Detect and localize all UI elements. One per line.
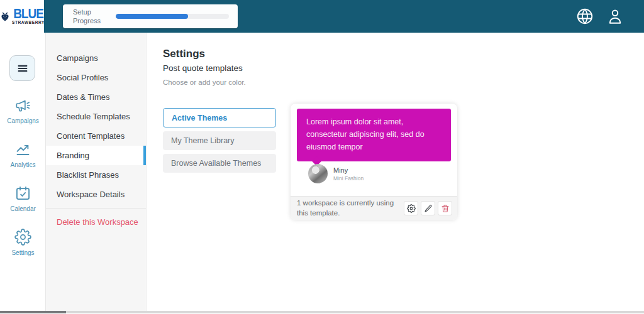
template-card-footer: 1 workspace is currently using this temp… [291,196,457,220]
nav-campaigns[interactable]: Campaigns [0,97,46,124]
hamburger-icon [16,62,30,75]
delete-workspace-link[interactable]: Delete this Workspace [46,212,146,232]
quote-author: Miny Mini Fashion [308,164,364,183]
theme-tabs: Active Themes My Theme Library Browse Av… [163,108,276,173]
horizontal-scrollbar-thumb[interactable] [0,311,66,313]
nav-settings[interactable]: Settings [0,229,46,256]
calendar-check-icon [14,185,31,202]
author-name: Miny [333,166,364,174]
nav-campaigns-label: Campaigns [7,117,39,124]
template-delete-button[interactable] [438,201,452,215]
horizontal-scrollbar[interactable] [0,311,644,313]
nav-calendar-label: Calendar [10,205,36,212]
gear-icon [407,204,416,213]
setup-progress-card: Setup Progress [63,4,238,28]
author-text: Miny Mini Fashion [333,166,364,181]
usage-text: 1 workspace is currently using this temp… [297,198,401,218]
page-hint: Choose or add your color. [163,78,246,86]
account-icon[interactable] [606,7,625,26]
sidebar-divider [46,208,146,208]
strawberry-logo-icon [0,10,11,23]
sidebar-item-content-templates[interactable]: Content Templates [46,126,146,146]
page-subtitle: Post quote templates [163,63,243,73]
setup-progress-fill [116,14,188,19]
trash-icon [441,204,450,213]
primary-nav-rail: Campaigns Analytics Calendar Settin [0,33,46,311]
setup-progress-label: Setup Progress [73,8,109,26]
sidebar-item-schedule-templates[interactable]: Schedule Templates [46,107,146,126]
logo-line1: BLUE [13,7,43,21]
settings-sidebar: Campaigns Social Profiles Dates & Times … [46,33,147,311]
brand-logo[interactable]: BLUE STRAWBERRY [0,0,44,33]
nav-analytics[interactable]: Analytics [0,141,46,168]
template-edit-button[interactable] [421,201,435,215]
trend-up-icon [14,141,31,158]
sidebar-item-campaigns[interactable]: Campaigns [46,48,146,68]
menu-toggle-button[interactable] [9,55,35,81]
logo-line2: STRAWBERRY [12,21,45,25]
pencil-icon [424,204,433,213]
sidebar-item-blacklist-phrases[interactable]: Blacklist Phrases [46,165,146,185]
template-settings-button[interactable] [404,201,418,215]
template-card: Lorem ipsum dolor sit amet, consectetur … [291,104,457,220]
quote-preview: Lorem ipsum dolor sit amet, consectetur … [297,109,451,161]
main-content: Settings Post quote templates Choose or … [147,33,644,311]
megaphone-icon [14,97,31,114]
tab-browse-available-themes[interactable]: Browse Available Themes [163,154,276,173]
language-globe-icon[interactable] [575,7,594,26]
template-actions [404,201,452,215]
sidebar-item-social-profiles[interactable]: Social Profiles [46,68,146,87]
nav-settings-label: Settings [11,249,34,256]
tab-my-theme-library[interactable]: My Theme Library [163,131,276,150]
quote-text: Lorem ipsum dolor sit amet, consectetur … [306,116,441,153]
tab-active-themes[interactable]: Active Themes [163,108,276,127]
setup-progress-bar [116,14,229,19]
sidebar-item-branding[interactable]: Branding [46,146,146,165]
page-title: Settings [163,48,205,60]
logo-text: BLUE STRAWBERRY [12,8,45,25]
app-window: BLUE STRAWBERRY Setup Progress [0,0,644,314]
author-subtitle: Mini Fashion [333,175,364,181]
nav-calendar[interactable]: Calendar [0,185,46,212]
gear-icon [14,229,31,246]
sidebar-item-workspace-details[interactable]: Workspace Details [46,185,146,204]
sidebar-item-dates-times[interactable]: Dates & Times [46,87,146,107]
avatar [308,164,328,183]
top-bar: BLUE STRAWBERRY Setup Progress [0,0,644,33]
nav-analytics-label: Analytics [10,161,35,168]
